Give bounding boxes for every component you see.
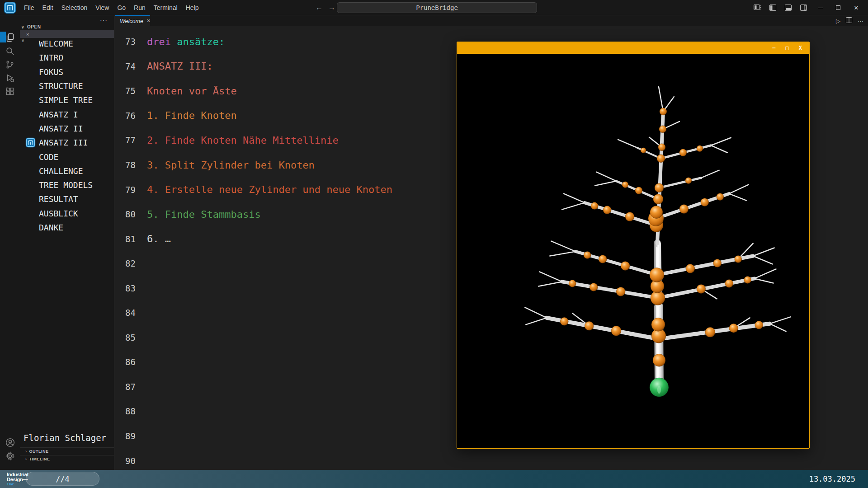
settings-gear-icon[interactable]: [0, 448, 20, 464]
line-number: 89: [115, 431, 136, 441]
editor-tab-bar: Welcome ✕ ▷ ···: [115, 15, 868, 26]
view-actions-icon[interactable]: ···: [100, 16, 108, 23]
line-text: 2. Finde Knoten Nähe Mittellinie: [147, 135, 339, 146]
sidebar-item-resultat[interactable]: RESULTAT: [20, 192, 114, 206]
titlebar: FileEditSelectionViewGoRunTerminalHelp ←…: [0, 0, 868, 15]
close-button[interactable]: ✕: [848, 2, 864, 14]
sidebar-item-ansatz-ii[interactable]: ANSATZ II: [20, 122, 114, 136]
split-editor-icon[interactable]: [846, 17, 852, 24]
sidebar-item-danke[interactable]: DANKE: [20, 221, 114, 235]
menu-terminal[interactable]: Terminal: [150, 2, 182, 13]
sidebar-item-label: AUSBLICK: [39, 209, 78, 218]
maximize-button[interactable]: [830, 2, 846, 14]
sidebar-item-challenge[interactable]: CHALLENGE: [20, 164, 114, 178]
menu-help[interactable]: Help: [182, 2, 203, 13]
status-bar: Industrial Design— Linz //4 13.03.2025: [0, 470, 868, 488]
menu-view[interactable]: View: [91, 2, 113, 13]
app-logo-icon: [4, 1, 16, 14]
tab-welcome[interactable]: Welcome ✕: [115, 15, 150, 26]
menu-run[interactable]: Run: [130, 2, 150, 13]
slide-file-icon: [25, 137, 36, 148]
tab-close-icon[interactable]: ✕: [146, 18, 151, 24]
line-number: 79: [115, 185, 136, 195]
timeline-panel-header[interactable]: › TIMELINE: [20, 455, 114, 463]
sidebar-item-tree-models[interactable]: TREE MODELS: [20, 178, 114, 192]
viewer-maximize-button[interactable]: □: [786, 45, 789, 51]
code-line-90: 90: [115, 448, 868, 471]
industrial-design-logo: Industrial Design— Linz: [7, 472, 28, 486]
sidebar-item-simple-tree[interactable]: SIMPLE TREE: [20, 93, 114, 107]
line-number: 78: [115, 160, 136, 170]
viewer-titlebar[interactable]: – □ X: [457, 42, 809, 54]
customize-layout-icon[interactable]: [750, 2, 764, 14]
sidebar-explorer: ··· ∨ OPEN × ∨ WELCOMEINTROFOKUSSTRUCTUR…: [20, 15, 114, 470]
tab-label: Welcome: [120, 18, 143, 24]
toggle-secondary-sidebar-icon[interactable]: [797, 2, 810, 14]
menu-go[interactable]: Go: [113, 2, 130, 13]
line-number: 85: [115, 333, 136, 343]
nav-back-icon[interactable]: ←: [316, 4, 323, 12]
nav-forward-icon[interactable]: →: [328, 4, 335, 12]
toggle-panel-icon[interactable]: [781, 2, 795, 14]
explorer-icon[interactable]: [0, 30, 20, 45]
line-text: 4. Erstelle neue Zylinder und neue Knote…: [147, 184, 392, 195]
date-display: 13.03.2025: [809, 474, 855, 483]
line-number: 88: [115, 406, 136, 416]
slide-list: WELCOMEINTROFOKUSSTRUCTURESIMPLE TREEANS…: [20, 37, 114, 235]
viewer-close-button[interactable]: X: [799, 45, 802, 51]
outline-panel-header[interactable]: › OUTLINE: [20, 447, 114, 455]
sidebar-item-structure[interactable]: STRUCTURE: [20, 79, 114, 93]
line-number: 84: [115, 308, 136, 318]
open-section-header[interactable]: ∨ OPEN: [21, 24, 41, 29]
activity-bar: [0, 15, 20, 470]
sidebar-item-ausblick[interactable]: AUSBLICK: [20, 206, 114, 221]
line-number: 82: [115, 258, 136, 268]
viewer-minimize-button[interactable]: –: [772, 45, 775, 51]
sidebar-item-label: ANSATZ II: [39, 124, 83, 133]
sidebar-item-intro[interactable]: INTRO: [20, 51, 114, 65]
menu-file[interactable]: File: [20, 2, 38, 13]
toggle-sidebar-icon[interactable]: [766, 2, 779, 14]
chevron-right-icon: ›: [25, 449, 27, 454]
close-editor-icon[interactable]: ×: [26, 32, 29, 37]
menu-selection[interactable]: Selection: [57, 2, 92, 13]
application-window: FileEditSelectionViewGoRunTerminalHelp ←…: [0, 0, 868, 488]
sidebar-item-code[interactable]: CODE: [20, 150, 114, 164]
user-name: Florian Schlager: [20, 431, 114, 447]
line-number: 80: [115, 209, 136, 219]
line-text: 5. Finde Stammbasis: [147, 209, 261, 220]
more-actions-icon[interactable]: ···: [858, 18, 863, 24]
sidebar-item-label: RESULTAT: [39, 194, 78, 204]
sidebar-item-ansatz-iii[interactable]: ANSATZ III: [20, 136, 114, 150]
tree-3d-visualization: [457, 54, 809, 448]
sidebar-item-label: INTRO: [39, 53, 63, 62]
sidebar-item-label: FOKUS: [39, 67, 63, 77]
run-file-icon[interactable]: ▷: [836, 18, 840, 24]
page-indicator: //4: [26, 472, 99, 486]
line-text: ANSATZ III:: [147, 61, 213, 72]
tree-branches: [547, 113, 769, 385]
viewer-canvas[interactable]: [457, 54, 809, 448]
line-number: 74: [115, 61, 136, 71]
sidebar-item-label: SIMPLE TREE: [39, 95, 93, 105]
run-debug-icon[interactable]: [0, 70, 20, 86]
sidebar-item-ansatz-i[interactable]: ANSATZ I: [20, 107, 114, 121]
menu-edit[interactable]: Edit: [38, 2, 57, 13]
line-number: 90: [115, 456, 136, 466]
sidebar-item-fokus[interactable]: FOKUS: [20, 65, 114, 79]
command-center[interactable]: PruneBridge: [337, 2, 537, 13]
line-number: 87: [115, 382, 136, 392]
sidebar-item-label: CODE: [39, 152, 58, 162]
minimize-button[interactable]: [812, 2, 828, 14]
window-title: PruneBridge: [416, 4, 458, 11]
line-text: 1. Finde Knoten: [147, 110, 237, 121]
account-icon[interactable]: [0, 435, 20, 450]
sidebar-item-welcome[interactable]: WELCOME: [20, 37, 114, 51]
extensions-icon[interactable]: [0, 84, 20, 99]
line-text: 3. Split Zylinder bei Knoten: [147, 160, 315, 171]
chevron-right-icon: ›: [25, 457, 27, 461]
sidebar-item-label: TREE MODELS: [39, 180, 93, 190]
search-icon[interactable]: [0, 43, 20, 59]
menubar: FileEditSelectionViewGoRunTerminalHelp: [20, 0, 203, 15]
source-control-icon[interactable]: [0, 57, 20, 72]
